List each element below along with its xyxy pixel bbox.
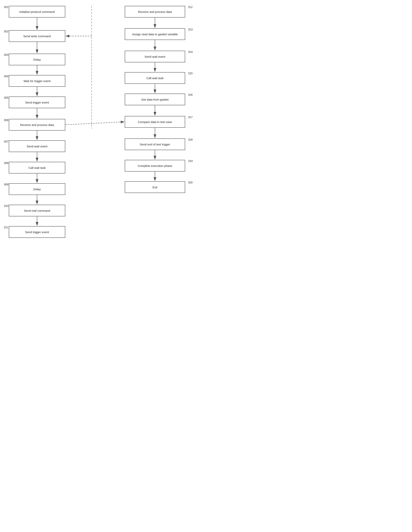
box-318: Send end of test trigger [125,138,185,150]
box-308: Call wait task [9,162,65,173]
box-317-text: Compare data in test case [138,120,172,124]
label-319: 319 [188,160,193,162]
box-312: Receive and process data [125,6,185,18]
box-306-text: Receive and process data [20,123,54,126]
box-302-text: Send write command [23,35,51,38]
label-310: 310 [4,204,8,208]
label-315: 315 [188,72,193,75]
box-310-text: Send reaf command [24,209,50,212]
flowchart-diagram: Initialize protocol command 301 Send wri… [0,0,206,266]
label-308: 308 [4,162,8,164]
box-303: Delay [9,54,65,65]
label-317: 317 [188,116,193,119]
box-314-text: Send wait event [145,55,166,58]
box-307-text: Send wait event [27,145,47,148]
box-307: Send wait event [9,140,65,152]
box-301-text: Initialize protocol command [19,10,55,13]
box-311: Send trigger event [9,226,65,238]
label-311: 311 [4,226,8,229]
box-305-text: Send trigger event [25,101,49,104]
label-306: 306 [4,119,8,122]
box-313-text: Assign read data to gasket variable [132,33,178,36]
box-303-text: Delay [33,58,41,61]
box-309-text: Delay [33,188,41,191]
label-303: 303 [4,53,8,56]
label-313: 313 [188,28,193,31]
box-314: Send wait event [125,51,185,62]
box-316: Get data from gasket [125,94,185,105]
box-310: Send reaf command [9,205,65,216]
box-316-text: Get data from gasket [141,98,169,101]
box-315: Call wait task [125,72,185,84]
label-301: 301 [4,5,8,9]
box-312-text: Receive and process data [138,10,172,13]
box-313: Assign read data to gasket variable [125,28,185,40]
box-318-text: Send end of test trigger [140,143,170,146]
label-305: 305 [4,96,8,99]
label-320: 320 [188,181,193,184]
svg-line-21 [65,122,124,125]
box-306: Receive and process data [9,119,65,131]
label-302: 302 [4,30,8,33]
box-320-text: Exit [152,186,157,189]
label-312: 312 [188,5,193,9]
label-307: 307 [4,140,8,143]
label-309: 309 [4,183,8,186]
label-314: 314 [188,50,193,53]
box-311-text: Send trigger event [25,230,49,234]
box-315-text: Call wait task [146,76,164,80]
label-318: 318 [188,138,193,141]
label-316: 316 [188,93,193,96]
box-309: Delay [9,183,65,195]
box-308-text: Call wait task [28,166,46,169]
box-304-text: Wait for trigger event [24,79,51,83]
box-301: Initialize protocol command [9,6,65,18]
box-317: Compare data in test case [125,116,185,128]
box-304: Wait for trigger event [9,75,65,87]
box-319-text: Complete execution phase [138,164,172,167]
box-320: Exit [125,181,185,193]
label-304: 304 [4,75,8,78]
box-305: Send trigger event [9,96,65,108]
box-319: Complete execution phase [125,160,185,171]
box-302: Send write command [9,30,65,42]
